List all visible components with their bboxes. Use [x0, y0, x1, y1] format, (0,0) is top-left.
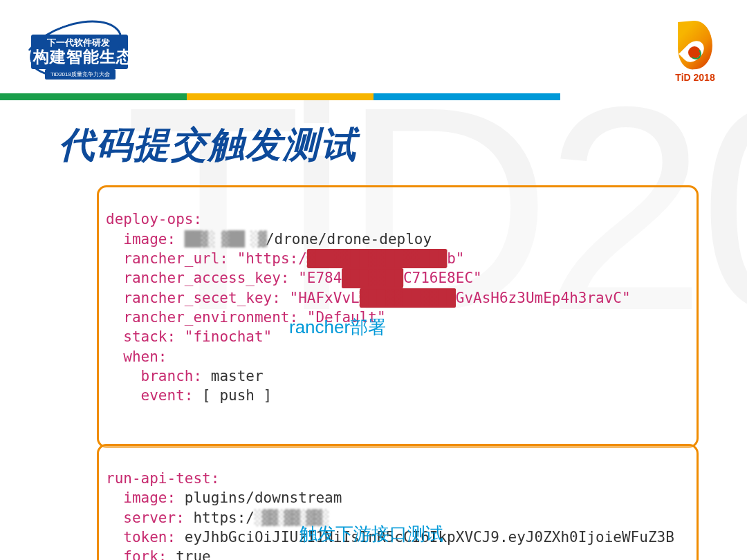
yaml-value: true — [176, 548, 211, 560]
yaml-key: image: — [123, 489, 176, 506]
yaml-string: "https:/ — [237, 250, 307, 267]
event-label: TiD 2018 — [667, 72, 723, 83]
yaml-string: b" — [447, 250, 464, 267]
flame-icon — [671, 17, 719, 69]
yaml-key: image: — [123, 231, 176, 248]
yaml-key: rancher_environment: — [123, 309, 298, 326]
yaml-value: plugins/downstream — [185, 489, 342, 506]
yaml-value: master — [211, 368, 264, 384]
yaml-string: C716E8EC" — [403, 270, 482, 286]
yaml-value: https:/ — [193, 510, 255, 526]
yaml-key: token: — [123, 529, 176, 545]
yaml-key: stack: — [123, 328, 176, 345]
yaml-key: run-api-test: — [106, 470, 219, 487]
yaml-string: "E784 — [298, 270, 342, 286]
redacted-block: ▓██▓▓██ — [342, 268, 403, 288]
slide-header: 下一代软件研发 构建智能生态 TiD2018质量竞争力大会 TiD 2018 — [0, 0, 747, 100]
yaml-key: fork: — [123, 548, 167, 560]
yaml-string: "HAFxVvL — [290, 290, 360, 306]
slide-title: 代码提交触发测试 — [59, 121, 358, 169]
annotation-rancher: rancher部署 — [289, 315, 386, 339]
redacted-block: ▓██▓▓██▓▓██ — [360, 288, 456, 308]
yaml-key: rancher_access_key: — [123, 270, 289, 286]
event-logo-right: TiD 2018 — [667, 17, 723, 83]
yaml-value: [ push ] — [202, 387, 272, 404]
yaml-key: event: — [141, 387, 194, 404]
yaml-string: "finochat" — [185, 328, 272, 345]
logo-ribbon: TiD2018质量竞争力大会 — [45, 69, 116, 80]
color-stripe — [0, 93, 747, 100]
yaml-string: GvAsH6z3UmEp4h3ravC" — [456, 290, 631, 306]
redacted-text: ██▓░ ▓██ ░▓ — [185, 231, 266, 248]
redacted-block: ▓██▓▓██▓▓██▓▓███ — [307, 249, 447, 268]
yaml-key: server: — [123, 510, 185, 526]
yaml-key: when: — [123, 348, 167, 365]
yaml-key: rancher_secet_key: — [123, 290, 281, 306]
code-area: deploy-ops: image: ██▓░ ▓██ ░▓/drone/dro… — [97, 185, 699, 560]
yaml-key: branch: — [141, 368, 203, 384]
code-box-deploy-ops: deploy-ops: image: ██▓░ ▓██ ░▓/drone/dro… — [97, 185, 699, 448]
annotation-downstream: 触发下游接口测试 — [299, 522, 443, 546]
yaml-value: /drone/drone-deploy — [266, 231, 432, 248]
event-logo-left: 下一代软件研发 构建智能生态 TiD2018质量竞争力大会 — [21, 17, 138, 83]
logo-title: 构建智能生态 — [33, 46, 133, 68]
code-box-run-api-test: run-api-test: image: plugins/downstream … — [97, 444, 699, 560]
yaml-key: rancher_url: — [123, 250, 228, 267]
yaml-key: deploy-ops: — [106, 211, 202, 227]
